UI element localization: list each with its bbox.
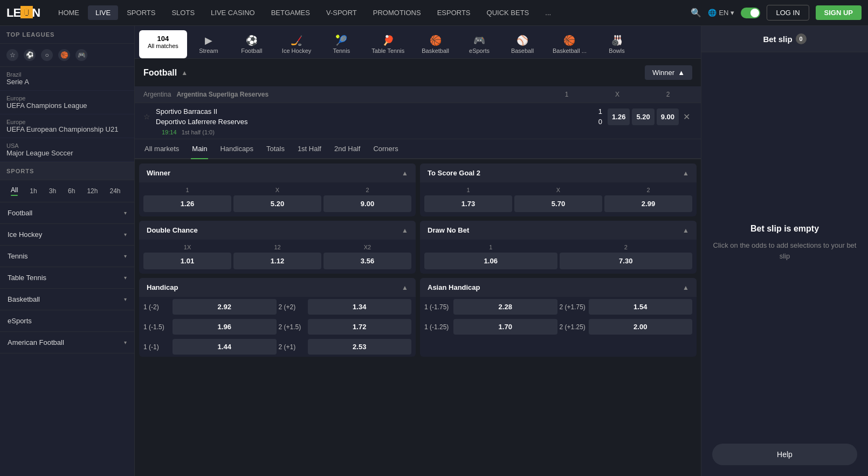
handicap-val-btn[interactable]: 1.72	[308, 319, 412, 335]
sidebar-item-ice-hockey[interactable]: Ice Hockey ▾	[0, 224, 134, 246]
market-tab-totals[interactable]: Totals	[265, 139, 286, 159]
logo[interactable]: LE🅾N	[6, 6, 40, 20]
league-icon-circle[interactable]: ○	[41, 49, 53, 61]
esports-tab-label: eSports	[469, 47, 490, 54]
winner-dropdown-btn[interactable]: Winner ▲	[645, 65, 692, 80]
time-12h[interactable]: 12h	[82, 185, 102, 198]
tab-bowls[interactable]: 🎳 Bowls	[595, 30, 638, 58]
nav-v-sport[interactable]: V-SPORT	[319, 5, 364, 20]
signup-button[interactable]: SIGN UP	[816, 5, 862, 20]
tab-basketball2[interactable]: 🏀 Basketball ...	[544, 30, 595, 58]
basketball-icon: 🏀	[430, 35, 442, 46]
asian-handicap-1-row1: 1 (-1.25) 1.70	[424, 319, 557, 335]
handicap-val-btn[interactable]: 1.96	[173, 319, 277, 335]
winner-odd-2-btn[interactable]: 9.00	[323, 195, 411, 212]
asian-handicap-val-btn[interactable]: 2.00	[589, 319, 693, 335]
market-card-winner: Winner ▲ 1 1.26 X 5.20 2 9.00	[139, 164, 416, 216]
handicap-val-btn[interactable]: 2.53	[308, 339, 412, 355]
time-all[interactable]: All	[6, 185, 22, 198]
sidebar-item-american-football[interactable]: American Football ▾	[0, 332, 134, 353]
market-tab-main[interactable]: Main	[191, 139, 208, 159]
tab-baseball[interactable]: ⚾ Baseball	[501, 30, 544, 58]
collapse-draw-no-bet-icon[interactable]: ▲	[683, 227, 689, 234]
nav-sports[interactable]: SPORTS	[119, 5, 163, 20]
market-tab-1st-half[interactable]: 1st Half	[297, 139, 322, 159]
nav-live-casino[interactable]: LIVE CASINO	[203, 5, 263, 20]
score-goal-1-btn[interactable]: 1.73	[424, 195, 512, 212]
sidebar-item-table-tennis[interactable]: Table Tennis ▾	[0, 267, 134, 289]
tab-tennis[interactable]: 🎾 Tennis	[320, 30, 363, 58]
asian-handicap-val-btn[interactable]: 1.70	[453, 319, 557, 335]
double-chance-12-btn[interactable]: 1.12	[233, 253, 321, 269]
tab-table-tennis[interactable]: 🏓 Table Tennis	[363, 30, 413, 58]
nav-home[interactable]: HOME	[51, 5, 87, 20]
tab-esports[interactable]: 🎮 eSports	[458, 30, 501, 58]
search-icon[interactable]: 🔍	[691, 8, 701, 18]
nav-quick-bets[interactable]: QUICK BETS	[479, 5, 537, 20]
tab-all-matches[interactable]: 104 All matches	[139, 30, 187, 58]
login-button[interactable]: LOG IN	[767, 5, 809, 21]
sidebar-item-tennis[interactable]: Tennis ▾	[0, 246, 134, 267]
draw-no-bet-2-btn[interactable]: 7.30	[560, 253, 693, 269]
nav-betgames[interactable]: BETGAMES	[264, 5, 318, 20]
collapse-handicap-icon[interactable]: ▲	[402, 284, 408, 291]
tab-stream[interactable]: ▶ Stream	[187, 30, 230, 58]
draw-no-bet-1-btn[interactable]: 1.06	[424, 253, 557, 269]
league-icon-basketball[interactable]: 🏀	[58, 49, 70, 61]
league-brazil-seria[interactable]: Brazil Serie A	[0, 67, 134, 91]
handicap-label: 2 (+2)	[279, 303, 306, 311]
odd-btn-2[interactable]: 9.00	[657, 108, 679, 125]
odd-btn-x[interactable]: 5.20	[632, 108, 654, 125]
league-europe-ucl[interactable]: Europe UEFA Champions League	[0, 91, 134, 114]
collapse-double-chance-icon[interactable]: ▲	[402, 227, 408, 234]
live-toggle[interactable]	[741, 8, 760, 18]
market-tab-handicaps[interactable]: Handicaps	[219, 139, 254, 159]
collapse-score-goal-icon[interactable]: ▲	[683, 169, 689, 177]
collapse-winner-icon[interactable]: ▲	[402, 169, 408, 177]
favorite-star-icon[interactable]: ☆	[143, 112, 150, 121]
double-chance-x2-btn[interactable]: 3.56	[323, 253, 411, 269]
help-button[interactable]: Help	[712, 444, 857, 465]
handicap-2-row2: 2 (+1) 2.53	[279, 339, 412, 355]
sidebar-item-basketball[interactable]: Basketball ▾	[0, 289, 134, 310]
nav-live[interactable]: LIVE	[88, 5, 118, 20]
time-3h[interactable]: 3h	[45, 185, 60, 198]
sidebar-item-football[interactable]: Football ▾	[0, 202, 134, 224]
handicap-val-btn[interactable]: 2.92	[173, 299, 277, 315]
asian-handicap-val-btn[interactable]: 2.28	[453, 299, 557, 315]
time-24h[interactable]: 24h	[105, 185, 125, 198]
double-chance-1x-btn[interactable]: 1.01	[143, 253, 231, 269]
league-icon-soccer[interactable]: ⚽	[24, 49, 36, 61]
handicap-val-btn[interactable]: 1.44	[173, 339, 277, 355]
market-tab-all[interactable]: All markets	[143, 139, 180, 159]
sidebar-item-esports[interactable]: eSports	[0, 310, 134, 332]
match-close-btn[interactable]: ✕	[681, 110, 692, 124]
language-selector[interactable]: 🌐 EN ▾	[708, 9, 734, 17]
tab-football[interactable]: ⚽ Football	[230, 30, 273, 58]
league-icon-star[interactable]: ☆	[6, 49, 18, 61]
market-tab-corners[interactable]: Corners	[372, 139, 399, 159]
nav-promotions[interactable]: PROMOTIONS	[366, 5, 429, 20]
market-tab-2nd-half[interactable]: 2nd Half	[333, 139, 361, 159]
score-goal-x-btn[interactable]: 5.70	[514, 195, 602, 212]
asian-handicap-val-btn[interactable]: 1.54	[589, 299, 693, 315]
league-europe-u21[interactable]: Europe UEFA European Championship U21	[0, 114, 134, 138]
odd-btn-1[interactable]: 1.26	[608, 108, 630, 125]
nav-esports[interactable]: ESPORTS	[430, 5, 478, 20]
league-icon-gamepad[interactable]: 🎮	[75, 49, 87, 61]
collapse-asian-handicap-icon[interactable]: ▲	[683, 284, 689, 291]
expand-icon[interactable]: ▲	[181, 69, 188, 77]
tab-basketball[interactable]: 🏀 Basketball	[413, 30, 458, 58]
time-6h[interactable]: 6h	[64, 185, 79, 198]
tab-ice-hockey[interactable]: 🏒 Ice Hockey	[273, 30, 320, 58]
nav-slots[interactable]: SLOTS	[164, 5, 202, 20]
nav-more[interactable]: ...	[538, 5, 559, 20]
league-usa-mls[interactable]: USA Major League Soccer	[0, 138, 134, 162]
time-1h[interactable]: 1h	[25, 185, 41, 198]
score-goal-2-btn[interactable]: 2.99	[604, 195, 692, 212]
handicap-val-btn[interactable]: 1.34	[308, 299, 412, 315]
winner-odd-x-btn[interactable]: 5.20	[233, 195, 321, 212]
asian-handicap-row-1: 1 (-1.25) 1.70 2 (+1.25) 2.00	[420, 317, 697, 337]
winner-odd-1-btn[interactable]: 1.26	[143, 195, 231, 212]
handicap-1-2-row0: 1 (-2) 2.92	[143, 299, 277, 315]
